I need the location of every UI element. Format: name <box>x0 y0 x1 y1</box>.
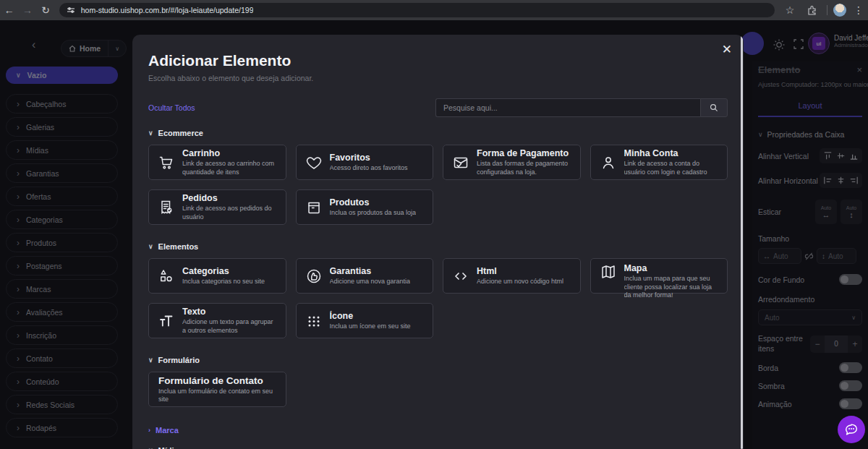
card-title: Formulário de Contato <box>158 375 278 387</box>
card-title: Minha Conta <box>624 148 720 158</box>
card-title: Garantias <box>330 266 411 276</box>
section-marca[interactable]: › Marca <box>148 426 728 435</box>
element-card-garantias[interactable]: Garantias Adicione uma nova garantia <box>296 258 434 294</box>
card-description: Link de acesso ao carrinho com quantidad… <box>182 160 278 176</box>
map-icon <box>599 263 618 281</box>
card-description: Inclua um formulário de contato em seu s… <box>158 388 278 404</box>
element-card-texto[interactable]: Texto Adicione um texto para agrupar a o… <box>148 303 286 338</box>
chat-bubble-icon <box>843 422 859 437</box>
card-description: Inclua um mapa para que seu cliente poss… <box>624 275 720 299</box>
section-elementos[interactable]: ∨ Elementos <box>148 242 728 251</box>
dots-grid-icon <box>305 312 323 330</box>
heart-icon <box>305 154 323 171</box>
element-card-carrinho[interactable]: Carrinho Link de acesso ao carrinho com … <box>148 145 286 180</box>
card-description: Adicione um texto para agrupar a outros … <box>182 318 278 335</box>
chevron-down-icon: ∨ <box>148 243 153 250</box>
element-card-pedidos[interactable]: Pedidos Link de acesso aos pedidos do us… <box>148 189 286 225</box>
chevron-down-icon: ∨ <box>148 129 153 137</box>
card-title: Html <box>477 266 563 276</box>
section-label: Mídia <box>158 446 179 449</box>
divider <box>827 5 827 15</box>
element-card-icone[interactable]: Ícone Inclua um ícone em seu site <box>296 303 434 338</box>
element-card-categorias[interactable]: Categorias Inclua categorias no seu site <box>148 258 286 294</box>
browser-menu-icon[interactable]: ⋮ <box>849 4 868 16</box>
card-description: Lista das formas de pagamento configurad… <box>477 160 572 176</box>
formulario-cards: Formulário de Contato Inclua um formulár… <box>148 372 728 407</box>
cart-icon <box>157 154 176 171</box>
section-label: Marca <box>156 426 179 435</box>
section-label: Formulário <box>158 356 200 364</box>
card-title: Forma de Pagamento <box>477 148 572 158</box>
chevron-down-icon: ∨ <box>148 356 153 364</box>
code-icon <box>451 268 470 285</box>
section-label: Elementos <box>158 242 199 251</box>
text-icon <box>157 312 176 330</box>
card-description: Inclua categorias no seu site <box>182 278 265 286</box>
order-check-icon <box>157 199 176 216</box>
section-label: Ecommerce <box>158 129 203 137</box>
section-formulario[interactable]: ∨ Formulário <box>148 356 728 364</box>
search-input[interactable] <box>435 98 700 117</box>
card-description: Link de acesso a conta do usuário com lo… <box>624 160 720 176</box>
section-midia[interactable]: ∨ Mídia <box>148 446 728 449</box>
search-icon <box>710 103 718 112</box>
add-element-modal: ✕ Adicionar Elemento Escolha abaixo o el… <box>132 35 744 449</box>
card-title: Categorias <box>182 266 265 276</box>
element-card-html[interactable]: Html Adicione um novo código html <box>443 258 581 294</box>
element-card-produtos[interactable]: Produtos Inclua os produtos da sua loja <box>296 189 434 225</box>
extensions-icon[interactable] <box>802 5 821 15</box>
browser-reload-icon[interactable]: ↻ <box>37 4 55 16</box>
card-title: Texto <box>182 307 278 317</box>
elementos-cards: Categorias Inclua categorias no seu site… <box>148 258 728 338</box>
element-card-favoritos[interactable]: Favoritos Acesso direto aos favoritos <box>296 145 434 180</box>
support-chat-button[interactable] <box>838 416 865 443</box>
ecommerce-cards: Carrinho Link de acesso ao carrinho com … <box>148 145 728 225</box>
element-card-formulario-contato[interactable]: Formulário de Contato Inclua um formulár… <box>148 372 286 407</box>
url-text: hom-studio.uishop.com.br/#/loja-leiaute/… <box>81 6 254 14</box>
element-card-minha-conta[interactable]: Minha Conta Link de acesso a conta do us… <box>590 145 728 180</box>
browser-back-icon[interactable]: ← <box>0 4 18 16</box>
browser-profile-avatar[interactable] <box>833 4 846 17</box>
card-description: Inclua um ícone em seu site <box>330 322 411 330</box>
card-description: Adicione uma nova garantia <box>330 278 411 286</box>
card-title: Carrinho <box>182 148 278 158</box>
card-title: Mapa <box>624 263 720 273</box>
card-description: Inclua os produtos da sua loja <box>330 209 417 217</box>
modal-subtitle: Escolha abaixo o elemento que deseja adi… <box>148 74 728 82</box>
section-ecommerce[interactable]: ∨ Ecommerce <box>148 129 728 137</box>
hide-all-link[interactable]: Ocultar Todos <box>148 103 195 112</box>
browser-forward-icon[interactable]: → <box>18 4 36 16</box>
modal-close-icon[interactable]: ✕ <box>722 42 732 57</box>
modal-title: Adicionar Elemento <box>148 52 728 69</box>
element-card-forma-pagamento[interactable]: Forma de Pagamento Lista das formas de p… <box>443 145 581 180</box>
card-description: Link de acesso aos pedidos do usuário <box>182 205 278 221</box>
site-settings-icon[interactable] <box>67 6 75 14</box>
address-bar[interactable]: hom-studio.uishop.com.br/#/loja-leiaute/… <box>59 3 775 17</box>
modal-scrollbar[interactable] <box>741 35 743 449</box>
chevron-right-icon: › <box>148 427 150 434</box>
user-icon <box>599 154 618 171</box>
element-card-mapa[interactable]: Mapa Inclua um mapa para que seu cliente… <box>590 258 728 294</box>
card-title: Produtos <box>330 197 417 208</box>
card-description: Acesso direto aos favoritos <box>330 164 408 172</box>
thumbs-up-icon <box>305 268 323 285</box>
bookmark-star-icon[interactable]: ☆ <box>780 4 799 16</box>
search-bar <box>435 98 728 117</box>
product-box-icon <box>305 199 323 216</box>
card-title: Favoritos <box>330 153 408 163</box>
card-title: Ícone <box>330 311 411 321</box>
payment-check-icon <box>451 154 470 171</box>
browser-toolbar: ← → ↻ hom-studio.uishop.com.br/#/loja-le… <box>0 0 868 20</box>
card-title: Pedidos <box>182 193 278 203</box>
search-button[interactable] <box>700 98 728 117</box>
card-description: Adicione um novo código html <box>477 278 563 286</box>
shapes-icon <box>157 268 176 285</box>
